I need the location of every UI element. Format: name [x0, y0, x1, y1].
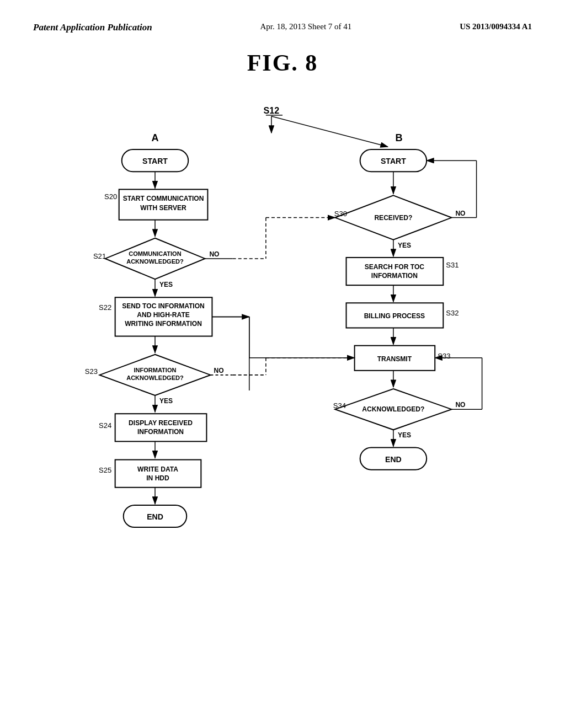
flowchart-svg: S12 A B START S20 START COMMUNICATION W [33, 87, 532, 694]
end-b-text: END [385, 455, 402, 464]
col-a-label: A [151, 132, 158, 143]
s33-label: S33 [438, 352, 450, 360]
flowchart-diagram: S12 A B START S20 START COMMUNICATION W [33, 87, 532, 694]
s22-text2: AND HIGH-RATE [137, 311, 189, 319]
sheet-info: Apr. 18, 2013 Sheet 7 of 41 [260, 22, 351, 31]
s23-yes-label: YES [159, 397, 173, 405]
s34-yes-label: YES [398, 431, 411, 439]
s31-shape [347, 258, 444, 285]
s22-text1: SEND TOC INFORMATION [122, 302, 204, 310]
s34-text: ACKNOWLEDGED? [362, 405, 424, 413]
s23-text1: INFORMATION [134, 367, 176, 373]
s24-label: S24 [99, 421, 111, 430]
s25-text2: IN HDD [146, 474, 169, 482]
col-b-label: B [395, 132, 402, 143]
s32-label: S32 [446, 309, 459, 317]
s23-label: S23 [85, 367, 98, 376]
s30-yes-label: YES [398, 242, 411, 249]
s24-text2: INFORMATION [137, 428, 184, 436]
s22-label: S22 [99, 303, 111, 312]
s21-no-label: NO [209, 250, 219, 258]
publication-label: Patent Application Publication [33, 22, 152, 33]
s31-text1: SEARCH FOR TOC [365, 263, 425, 271]
s22-text3: WRITING INFORMATION [125, 320, 202, 328]
s25-shape [115, 460, 201, 488]
page: Patent Application Publication Apr. 18, … [0, 0, 565, 728]
start-a-text: START [142, 157, 168, 165]
s33-text: TRANSMIT [377, 355, 412, 363]
s21-label: S21 [93, 252, 106, 260]
s32-text: BILLING PROCESS [364, 312, 425, 320]
s20-text1: START COMMUNICATION [123, 195, 204, 202]
page-header: Patent Application Publication Apr. 18, … [33, 22, 532, 33]
s12-label: S12 [264, 105, 280, 115]
s31-text2: INFORMATION [371, 272, 418, 280]
s30-text: RECEIVED? [374, 214, 412, 222]
s20-label: S20 [104, 192, 117, 201]
s21-text2: ACKNOWLEDGED? [126, 258, 184, 265]
s23-no-label: NO [214, 367, 223, 374]
s34-no-label: NO [455, 401, 465, 409]
s20-text2: WITH SERVER [140, 204, 186, 212]
s25-text1: WRITE DATA [137, 465, 178, 473]
s21-yes-label: YES [159, 281, 173, 288]
patent-number: US 2013/0094334 A1 [460, 22, 532, 31]
s31-label: S31 [446, 261, 459, 269]
s21-text1: COMMUNICATION [129, 250, 181, 257]
s24-shape [115, 414, 207, 441]
start-b-text: START [381, 157, 406, 165]
s30-no-label: NO [455, 210, 465, 217]
s25-label: S25 [99, 466, 111, 474]
s23-text2: ACKNOWLEDGED? [126, 374, 184, 381]
s24-text1: DISPLAY RECEIVED [129, 419, 193, 427]
end-a-text: END [147, 512, 163, 521]
figure-title: FIG. 8 [33, 50, 532, 76]
